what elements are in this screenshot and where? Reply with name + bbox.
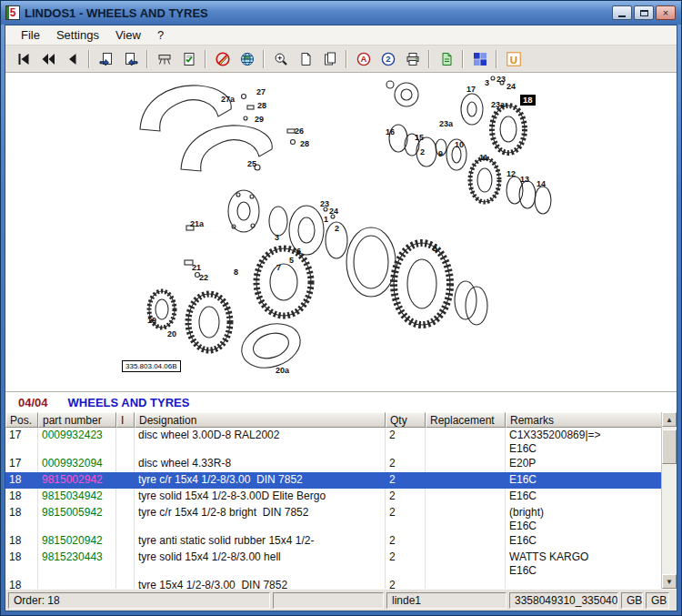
page-double-button[interactable] (318, 48, 341, 69)
u-brand-icon: U (506, 52, 521, 66)
cell-remarks: E16C (506, 472, 661, 489)
status-user: linde1 (386, 592, 506, 609)
go-previous-fast-button[interactable] (36, 48, 59, 69)
maximize-button[interactable] (634, 5, 654, 20)
column-header-remarks[interactable]: Remarks (506, 412, 661, 428)
no-edit-button[interactable] (211, 48, 234, 69)
arrow-up-icon: ▲ (666, 416, 673, 424)
menu-file[interactable]: File (13, 26, 48, 44)
diagram-callout: 17 (466, 85, 476, 94)
cell-replacement (426, 533, 506, 550)
diagram-callout: 1 (324, 215, 328, 224)
toolbar-separator (88, 50, 90, 68)
cell-qty: 2 (386, 505, 426, 533)
cell-i (116, 505, 135, 533)
cell-qty: 2 (386, 550, 426, 578)
table-row[interactable]: 18tyre 15x4 1/2-8/3.00 DIN 78522 (5, 578, 661, 589)
circle-a-icon: A (356, 52, 371, 66)
cell-qty: 2 (386, 489, 426, 505)
diagram-callout: 24 (329, 207, 338, 216)
scrollbar-thumb[interactable] (662, 429, 677, 464)
table-row[interactable]: 189815005942tyre c/r 15x4 1/2-8 bright D… (5, 505, 661, 533)
diagram-callout: 6 (296, 247, 301, 256)
table-header: Pos.part numberIDesignationQtyReplacemen… (5, 412, 661, 428)
column-header-pos[interactable]: Pos. (5, 412, 38, 428)
diagram-callout: 19 (147, 316, 156, 325)
diagram-callout: 13 (520, 175, 529, 184)
statusbar: Order: 18linde13358049310_3350404GBGB (5, 589, 677, 611)
zoom-button[interactable] (269, 48, 292, 69)
cell-i (116, 456, 135, 472)
table-row[interactable]: 189815034942tyre solid 15x4 1/2-8-3.00D … (5, 489, 661, 505)
scroll-up-button[interactable]: ▲ (662, 412, 677, 427)
table-row[interactable]: 170009932423disc wheel 3.00D-8 RAL20022C… (5, 428, 661, 456)
scrollbar-track[interactable] (662, 427, 677, 574)
status-spacer (273, 592, 384, 609)
column-header-qty[interactable]: Qty (386, 412, 426, 428)
menu-settings[interactable]: Settings (48, 26, 107, 44)
status-lang-1: GB (621, 592, 643, 609)
menu-view[interactable]: View (107, 26, 149, 44)
page-single-button[interactable] (294, 48, 316, 69)
go-first-button[interactable] (12, 48, 35, 69)
cell-pos: 18 (5, 505, 38, 533)
column-header-designation[interactable]: Designation (135, 412, 386, 428)
checklist-button[interactable] (177, 48, 200, 69)
toolbar-separator (428, 50, 430, 68)
table-view-icon (157, 52, 172, 66)
close-button[interactable]: × (656, 5, 676, 20)
table-row[interactable]: 189815020942tyre anti static solid rubbe… (5, 533, 661, 550)
cell-pos: 18 (5, 550, 38, 578)
diagram-callout: 29 (255, 115, 264, 124)
page-import-button[interactable] (119, 48, 142, 69)
table-row-selected[interactable]: 189815002942tyre c/r 15x4 1/2-8/3.00 DIN… (5, 472, 661, 489)
svg-text:U: U (509, 54, 517, 65)
status-reference: 3358049310_3350404 (509, 592, 618, 609)
svg-text:2: 2 (386, 54, 390, 64)
parts-table: Pos.part numberIDesignationQtyReplacemen… (5, 412, 677, 589)
toolbar-separator (496, 50, 497, 68)
cell-pos: 17 (5, 428, 38, 456)
table-view-button[interactable] (153, 48, 176, 69)
scroll-down-button[interactable]: ▼ (662, 574, 677, 589)
circle-a-button[interactable]: A (352, 48, 375, 69)
diagram-canvas[interactable]: 27a272829262825173232423a1823a1615291011… (5, 73, 677, 391)
column-header-i[interactable]: I (116, 412, 135, 428)
minimize-button[interactable] (612, 5, 632, 20)
cell-replacement (426, 472, 506, 489)
globe-button[interactable] (236, 48, 258, 69)
vertical-scrollbar[interactable]: ▲ ▼ (661, 412, 677, 589)
page-export-button[interactable] (95, 48, 117, 69)
close-icon: × (663, 8, 668, 18)
print-button[interactable] (401, 48, 424, 69)
app-body: FileSettingsView? A2U (5, 25, 677, 611)
diagram-callout: 15 (415, 133, 424, 142)
diagram-callout: 21 (192, 263, 201, 272)
table-row[interactable]: 189815230443tyre solid 15x4 1/2-8/3.00 h… (5, 550, 661, 578)
circle-2-icon: 2 (381, 52, 396, 66)
diagram-callout: 23 (320, 199, 329, 208)
page-double-icon (323, 52, 337, 66)
mosaic-button[interactable] (468, 48, 491, 69)
cell-remarks: E20P (506, 456, 661, 472)
green-document-button[interactable] (435, 48, 457, 69)
column-header-replacement[interactable]: Replacement (426, 412, 506, 428)
u-brand-button[interactable]: U (502, 48, 525, 69)
diagram-callout-highlighted: 18 (520, 95, 536, 106)
titlebar[interactable]: 5 LINDOS1 - WHEELS AND TYRES × (1, 1, 681, 25)
menu-help[interactable]: ? (149, 26, 172, 44)
globe-icon (240, 52, 255, 66)
go-previous-button[interactable] (61, 48, 84, 69)
circle-2-button[interactable]: 2 (376, 48, 399, 69)
table-row[interactable]: 170009932094disc wheel 4.33R-82E20P (5, 456, 661, 472)
cell-remarks: WATTS KARGOE16C (506, 550, 661, 578)
cell-designation: tyre 15x4 1/2-8/3.00 DIN 7852 (135, 578, 386, 589)
cell-i (116, 428, 135, 456)
cell-designation: tyre c/r 15x4 1/2-8 bright DIN 7852 (135, 505, 386, 533)
diagram-callout: 22 (199, 273, 208, 282)
diagram-callout: 2 (420, 147, 425, 157)
cell-designation: tyre solid 15x4 1/2-8-3.00D Elite Bergo (135, 489, 386, 505)
no-edit-icon (216, 52, 230, 66)
cell-part-number (38, 578, 116, 589)
column-header-part-number[interactable]: part number (38, 412, 116, 428)
